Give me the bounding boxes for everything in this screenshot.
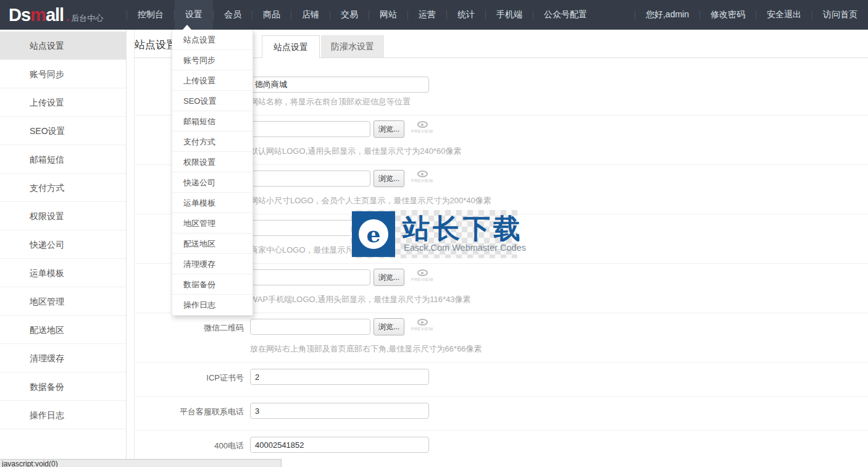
watermark-logo-icon: e <box>352 211 395 257</box>
sidebar-item-account-sync[interactable]: 账号同步 <box>0 60 126 88</box>
sidebar-item-upload-settings[interactable]: 上传设置 <box>0 88 126 117</box>
browse-button[interactable]: 浏览... <box>373 269 404 286</box>
dropdown-item-region-management[interactable]: 地区管理 <box>172 213 252 233</box>
dropdown-item-account-sync[interactable]: 账号同步 <box>172 50 252 70</box>
sidebar-item-clear-cache[interactable]: 清理缓存 <box>0 344 126 372</box>
small-logo-file-input[interactable] <box>250 170 370 187</box>
dropdown-item-payment-methods[interactable]: 支付方式 <box>172 132 252 152</box>
watermark-subtitle: Easck.Com Webmaster Codes <box>404 243 526 253</box>
logo-text: Ds <box>9 5 30 25</box>
dropdown-item-express-companies[interactable]: 快递公司 <box>172 172 252 193</box>
default-logo-file-input[interactable] <box>250 121 370 137</box>
topbar-spacer <box>598 0 635 30</box>
user-greeting[interactable]: 您好,admin <box>635 0 699 30</box>
preview-control[interactable]: PREVIEW <box>409 269 435 282</box>
sidebar: 站点设置 账号同步 上传设置 SEO设置 邮箱短信 支付方式 权限设置 快递公司… <box>0 30 127 467</box>
field-help-text: WAP手机端LOGO,通用头部显示，最佳显示尺寸为116*43像素 <box>250 294 471 305</box>
browser-status-bar: javascript:void(0) <box>0 459 282 467</box>
preview-eye-icon <box>417 170 428 177</box>
sidebar-item-permission-settings[interactable]: 权限设置 <box>0 202 126 230</box>
preview-label: PREVIEW <box>411 129 433 133</box>
nav-item-wechat-config[interactable]: 公众号配置 <box>533 0 598 30</box>
sidebar-item-seo-settings[interactable]: SEO设置 <box>0 117 126 145</box>
logo-text-accent: m <box>30 5 46 25</box>
nav-item-console[interactable]: 控制台 <box>127 0 174 30</box>
preview-control[interactable]: PREVIEW <box>409 170 435 183</box>
sidebar-item-site-settings[interactable]: 站点设置 <box>0 32 126 60</box>
sidebar-item-payment-methods[interactable]: 支付方式 <box>0 174 126 202</box>
row-separator <box>134 430 868 431</box>
field-label-service-phone: 平台客服联系电话 <box>123 406 244 418</box>
preview-label: PREVIEW <box>411 327 433 331</box>
visit-homepage-link[interactable]: 访问首页 <box>812 0 868 30</box>
logo-subtitle: 后台中心 <box>71 13 103 24</box>
app-logo[interactable]: Dsmall . 后台中心 <box>0 5 127 25</box>
preview-eye-icon <box>417 121 428 128</box>
row-separator <box>134 396 868 397</box>
nav-item-mobile[interactable]: 手机端 <box>486 0 533 30</box>
site-name-input[interactable] <box>250 77 429 93</box>
dropdown-item-operation-logs[interactable]: 操作日志 <box>172 295 252 315</box>
sidebar-item-operation-logs[interactable]: 操作日志 <box>0 401 126 429</box>
field-help-text: 默认网站LOGO,通用头部显示，最佳显示尺寸为240*60像素 <box>250 146 461 157</box>
preview-label: PREVIEW <box>411 179 433 183</box>
watermark-image: e 站长下载 Easck.Com Webmaster Codes <box>351 210 517 258</box>
nav-item-stats[interactable]: 统计 <box>447 0 485 30</box>
dropdown-item-clear-cache[interactable]: 清理缓存 <box>172 254 252 274</box>
nav-item-goods[interactable]: 商品 <box>252 0 291 30</box>
field-help-text: 网站名称，将显示在前台顶部欢迎信息等位置 <box>250 96 411 107</box>
logo-text: all <box>46 5 64 25</box>
topbar: Dsmall . 后台中心 控制台 设置 会员 商品 店铺 交易 网站 运营 统… <box>0 0 868 30</box>
field-label-wechat-qrcode: 微信二维码 <box>123 322 244 334</box>
dropdown-item-waybill-templates[interactable]: 运单模板 <box>172 193 252 213</box>
wechat-qrcode-file-input[interactable] <box>250 319 370 335</box>
preview-label: PREVIEW <box>411 277 433 282</box>
field-label-400-phone: 400电话 <box>123 440 244 452</box>
icp-number-input[interactable] <box>250 369 429 385</box>
browse-button[interactable]: 浏览... <box>373 120 404 138</box>
dropdown-item-seo-settings[interactable]: SEO设置 <box>172 91 252 111</box>
content-left-border <box>134 30 135 467</box>
sidebar-item-express-companies[interactable]: 快递公司 <box>0 230 126 259</box>
main-nav: 控制台 设置 会员 商品 店铺 交易 网站 运营 统计 手机端 公众号配置 <box>127 0 598 30</box>
dropdown-item-delivery-regions[interactable]: 配送地区 <box>172 233 252 254</box>
service-phone-input[interactable] <box>250 403 429 419</box>
preview-eye-icon <box>417 319 428 326</box>
field-help-text: 网站小尺寸LOGO，会员个人主页显示，最佳显示尺寸为200*40像素 <box>250 195 491 206</box>
watermark-logo-glyph: e <box>359 219 388 249</box>
tab-anti-flood-settings[interactable]: 防灌水设置 <box>321 35 384 57</box>
change-password-link[interactable]: 修改密码 <box>700 0 756 30</box>
nav-item-settings[interactable]: 设置 <box>175 0 213 30</box>
wap-logo-file-input[interactable] <box>250 269 370 285</box>
sidebar-item-data-backup[interactable]: 数据备份 <box>0 372 126 401</box>
preview-control[interactable]: PREVIEW <box>409 121 435 133</box>
sidebar-item-region-management[interactable]: 地区管理 <box>0 287 126 316</box>
nav-item-members[interactable]: 会员 <box>214 0 252 30</box>
phone-400-input[interactable] <box>250 437 429 453</box>
sidebar-item-delivery-regions[interactable]: 配送地区 <box>0 316 126 344</box>
nav-item-trade[interactable]: 交易 <box>330 0 369 30</box>
preview-control[interactable]: PREVIEW <box>409 319 435 331</box>
nav-item-website[interactable]: 网站 <box>369 0 407 30</box>
browse-button[interactable]: 浏览... <box>373 170 404 187</box>
nav-item-operations[interactable]: 运营 <box>408 0 446 30</box>
row-separator <box>134 362 868 363</box>
browse-button[interactable]: 浏览... <box>373 318 404 335</box>
preview-eye-icon <box>417 269 428 276</box>
logo-dot: . <box>66 11 69 24</box>
dropdown-item-site-settings[interactable]: 站点设置 <box>172 30 252 50</box>
dropdown-item-upload-settings[interactable]: 上传设置 <box>172 70 252 91</box>
field-help-text: 放在网站右上角顶部及首页底部右下角,最佳显示尺寸为66*66像素 <box>250 343 482 355</box>
page-title: 站点设置 <box>135 38 177 52</box>
nav-item-stores[interactable]: 店铺 <box>291 0 330 30</box>
field-label-icp-number: ICP证书号 <box>123 372 244 384</box>
dropdown-item-data-backup[interactable]: 数据备份 <box>172 274 252 295</box>
tab-site-settings[interactable]: 站点设置 <box>262 35 320 58</box>
dropdown-item-permission-settings[interactable]: 权限设置 <box>172 152 252 172</box>
sidebar-item-email-sms[interactable]: 邮箱短信 <box>0 145 126 174</box>
logout-link[interactable]: 安全退出 <box>756 0 812 30</box>
dropdown-item-email-sms[interactable]: 邮箱短信 <box>172 111 252 132</box>
watermark-title: 站长下载 <box>403 211 524 247</box>
user-nav: 您好,admin 修改密码 安全退出 访问首页 <box>635 0 868 30</box>
sidebar-item-waybill-templates[interactable]: 运单模板 <box>0 259 126 287</box>
